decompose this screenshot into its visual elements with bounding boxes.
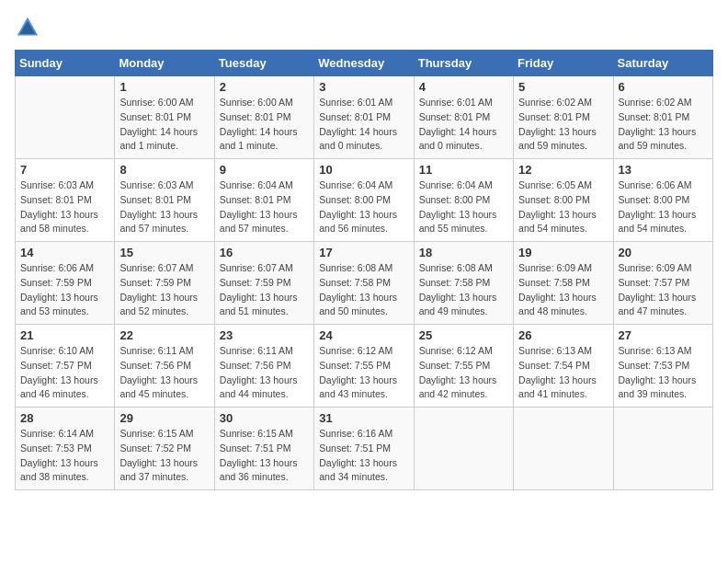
day-number: 8 <box>119 163 209 177</box>
calendar-week-row: 1Sunrise: 6:00 AMSunset: 8:01 PMDaylight… <box>16 76 713 159</box>
header-thursday: Thursday <box>414 51 513 76</box>
calendar-cell: 26Sunrise: 6:13 AMSunset: 7:54 PMDayligh… <box>514 325 613 408</box>
day-number: 18 <box>419 246 508 259</box>
day-info: Sunrise: 6:04 AMSunset: 8:00 PMDaylight:… <box>319 178 408 236</box>
calendar-cell: 27Sunrise: 6:13 AMSunset: 7:53 PMDayligh… <box>613 325 712 408</box>
calendar-header: SundayMondayTuesdayWednesdayThursdayFrid… <box>16 51 713 76</box>
header-monday: Monday <box>115 51 214 76</box>
day-number: 10 <box>319 163 408 177</box>
day-info: Sunrise: 6:05 AMSunset: 8:00 PMDaylight:… <box>518 178 608 236</box>
day-info: Sunrise: 6:10 AMSunset: 7:57 PMDaylight:… <box>20 344 109 402</box>
day-info: Sunrise: 6:12 AMSunset: 7:55 PMDaylight:… <box>419 344 508 402</box>
calendar-table: SundayMondayTuesdayWednesdayThursdayFrid… <box>15 50 713 490</box>
day-number: 9 <box>220 163 309 177</box>
calendar-cell: 4Sunrise: 6:01 AMSunset: 8:01 PMDaylight… <box>414 76 513 159</box>
day-info: Sunrise: 6:13 AMSunset: 7:54 PMDaylight:… <box>518 344 608 402</box>
day-number: 13 <box>619 163 708 177</box>
day-number: 12 <box>518 163 608 177</box>
calendar-week-row: 21Sunrise: 6:10 AMSunset: 7:57 PMDayligh… <box>16 325 713 408</box>
calendar-cell: 19Sunrise: 6:09 AMSunset: 7:58 PMDayligh… <box>514 242 613 325</box>
calendar-cell: 11Sunrise: 6:04 AMSunset: 8:00 PMDayligh… <box>414 159 513 242</box>
day-number: 14 <box>20 246 109 259</box>
day-info: Sunrise: 6:01 AMSunset: 8:01 PMDaylight:… <box>419 96 508 154</box>
calendar-cell: 24Sunrise: 6:12 AMSunset: 7:55 PMDayligh… <box>314 325 414 408</box>
logo <box>15 15 44 40</box>
calendar-cell: 25Sunrise: 6:12 AMSunset: 7:55 PMDayligh… <box>414 325 513 408</box>
calendar-cell: 21Sunrise: 6:10 AMSunset: 7:57 PMDayligh… <box>16 325 115 408</box>
calendar-cell: 10Sunrise: 6:04 AMSunset: 8:00 PMDayligh… <box>314 159 414 242</box>
calendar-cell: 23Sunrise: 6:11 AMSunset: 7:56 PMDayligh… <box>214 325 313 408</box>
calendar-cell: 28Sunrise: 6:14 AMSunset: 7:53 PMDayligh… <box>16 408 115 490</box>
day-info: Sunrise: 6:04 AMSunset: 8:00 PMDaylight:… <box>419 178 508 236</box>
day-info: Sunrise: 6:09 AMSunset: 7:57 PMDaylight:… <box>619 261 708 319</box>
calendar-cell: 16Sunrise: 6:07 AMSunset: 7:59 PMDayligh… <box>214 242 313 325</box>
day-info: Sunrise: 6:02 AMSunset: 8:01 PMDaylight:… <box>619 96 708 154</box>
header-sunday: Sunday <box>16 51 115 76</box>
header <box>15 15 713 40</box>
calendar-cell: 5Sunrise: 6:02 AMSunset: 8:01 PMDaylight… <box>514 76 613 159</box>
day-number: 21 <box>20 328 109 342</box>
calendar-cell <box>613 408 712 490</box>
header-saturday: Saturday <box>613 51 712 76</box>
header-wednesday: Wednesday <box>314 51 414 76</box>
day-number: 20 <box>619 246 708 259</box>
calendar-cell: 14Sunrise: 6:06 AMSunset: 7:59 PMDayligh… <box>16 242 115 325</box>
day-number: 4 <box>419 80 508 94</box>
day-info: Sunrise: 6:11 AMSunset: 7:56 PMDaylight:… <box>220 344 309 402</box>
calendar-week-row: 28Sunrise: 6:14 AMSunset: 7:53 PMDayligh… <box>16 408 713 490</box>
calendar-cell: 15Sunrise: 6:07 AMSunset: 7:59 PMDayligh… <box>115 242 214 325</box>
calendar-cell: 18Sunrise: 6:08 AMSunset: 7:58 PMDayligh… <box>414 242 513 325</box>
calendar-cell: 30Sunrise: 6:15 AMSunset: 7:51 PMDayligh… <box>214 408 313 490</box>
day-number: 3 <box>319 80 408 94</box>
day-info: Sunrise: 6:11 AMSunset: 7:56 PMDaylight:… <box>119 344 209 402</box>
day-info: Sunrise: 6:04 AMSunset: 8:01 PMDaylight:… <box>220 178 309 236</box>
calendar-week-row: 14Sunrise: 6:06 AMSunset: 7:59 PMDayligh… <box>16 242 713 325</box>
day-info: Sunrise: 6:12 AMSunset: 7:55 PMDaylight:… <box>319 344 408 402</box>
day-number: 11 <box>419 163 508 177</box>
day-number: 30 <box>220 411 309 425</box>
calendar-cell: 1Sunrise: 6:00 AMSunset: 8:01 PMDaylight… <box>115 76 214 159</box>
day-info: Sunrise: 6:14 AMSunset: 7:53 PMDaylight:… <box>20 427 109 485</box>
day-number: 31 <box>319 411 408 425</box>
calendar-cell: 13Sunrise: 6:06 AMSunset: 8:00 PMDayligh… <box>613 159 712 242</box>
day-number: 16 <box>220 246 309 259</box>
day-info: Sunrise: 6:16 AMSunset: 7:51 PMDaylight:… <box>319 427 408 485</box>
day-info: Sunrise: 6:03 AMSunset: 8:01 PMDaylight:… <box>20 178 109 236</box>
day-number: 26 <box>518 328 608 342</box>
header-tuesday: Tuesday <box>214 51 313 76</box>
day-info: Sunrise: 6:01 AMSunset: 8:01 PMDaylight:… <box>319 96 408 154</box>
day-info: Sunrise: 6:00 AMSunset: 8:01 PMDaylight:… <box>220 96 309 154</box>
day-info: Sunrise: 6:07 AMSunset: 7:59 PMDaylight:… <box>220 261 309 319</box>
calendar-cell: 17Sunrise: 6:08 AMSunset: 7:58 PMDayligh… <box>314 242 414 325</box>
day-number: 15 <box>119 246 209 259</box>
day-number: 23 <box>220 328 309 342</box>
day-info: Sunrise: 6:06 AMSunset: 7:59 PMDaylight:… <box>20 261 109 319</box>
day-number: 22 <box>119 328 209 342</box>
day-number: 29 <box>119 411 209 425</box>
calendar-cell: 7Sunrise: 6:03 AMSunset: 8:01 PMDaylight… <box>16 159 115 242</box>
header-friday: Friday <box>514 51 613 76</box>
calendar-cell: 22Sunrise: 6:11 AMSunset: 7:56 PMDayligh… <box>115 325 214 408</box>
calendar-cell <box>514 408 613 490</box>
day-number: 6 <box>619 80 708 94</box>
day-number: 28 <box>20 411 109 425</box>
day-number: 24 <box>319 328 408 342</box>
calendar-cell: 6Sunrise: 6:02 AMSunset: 8:01 PMDaylight… <box>613 76 712 159</box>
day-number: 25 <box>419 328 508 342</box>
logo-icon <box>15 15 40 40</box>
calendar-cell <box>16 76 115 159</box>
day-info: Sunrise: 6:08 AMSunset: 7:58 PMDaylight:… <box>419 261 508 319</box>
calendar-cell: 2Sunrise: 6:00 AMSunset: 8:01 PMDaylight… <box>214 76 313 159</box>
calendar-cell <box>414 408 513 490</box>
day-info: Sunrise: 6:06 AMSunset: 8:00 PMDaylight:… <box>619 178 708 236</box>
day-info: Sunrise: 6:15 AMSunset: 7:52 PMDaylight:… <box>119 427 209 485</box>
day-number: 1 <box>119 80 209 94</box>
day-number: 7 <box>20 163 109 177</box>
calendar-cell: 3Sunrise: 6:01 AMSunset: 8:01 PMDaylight… <box>314 76 414 159</box>
calendar-cell: 8Sunrise: 6:03 AMSunset: 8:01 PMDaylight… <box>115 159 214 242</box>
calendar-cell: 20Sunrise: 6:09 AMSunset: 7:57 PMDayligh… <box>613 242 712 325</box>
day-info: Sunrise: 6:07 AMSunset: 7:59 PMDaylight:… <box>119 261 209 319</box>
day-number: 2 <box>220 80 309 94</box>
day-info: Sunrise: 6:08 AMSunset: 7:58 PMDaylight:… <box>319 261 408 319</box>
day-info: Sunrise: 6:15 AMSunset: 7:51 PMDaylight:… <box>220 427 309 485</box>
